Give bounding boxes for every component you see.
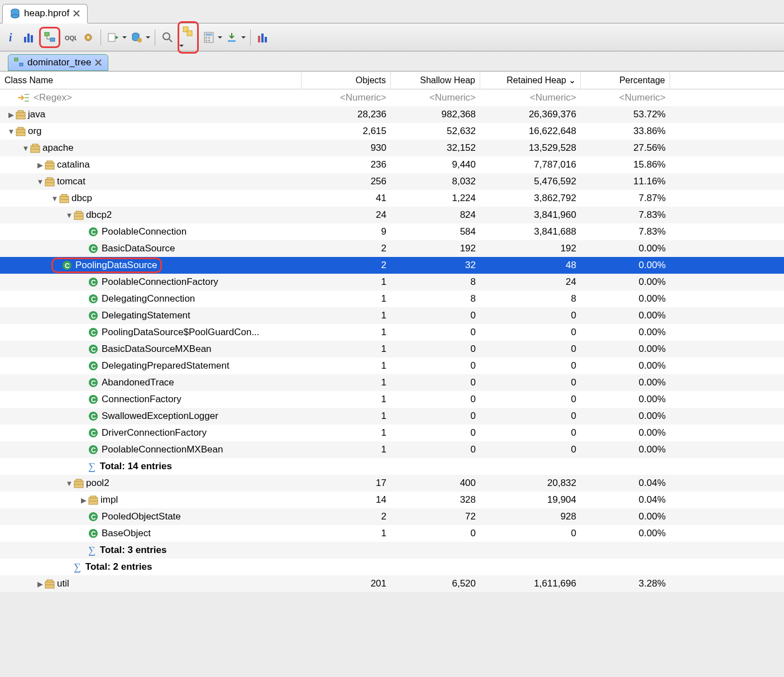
export-icon[interactable] [224, 30, 240, 45]
row-label: BasicDataSourceMXBean [102, 344, 212, 355]
table-row[interactable]: CDelegatingPreparedStatement1000.00% [0, 357, 784, 374]
svg-rect-19 [205, 37, 207, 39]
table-row[interactable]: ∑Total: 3 entries [0, 542, 784, 559]
run-report-icon[interactable] [106, 30, 121, 45]
table-row[interactable]: ▶util2016,5201,611,6963.28% [0, 575, 784, 592]
col-header-shallow[interactable]: Shallow Heap [391, 71, 480, 89]
table-row[interactable]: CBaseObject1000.00% [0, 525, 784, 542]
cell-pct: 0.04% [581, 478, 670, 489]
tree-toggle-icon[interactable]: ▼ [65, 211, 74, 220]
close-icon[interactable] [73, 9, 80, 17]
cell-class-name: CPoolableConnectionFactory [0, 276, 302, 288]
table-row[interactable]: ▶catalina2369,4407,787,01615.86% [0, 156, 784, 173]
table-row[interactable]: CDelegatingStatement1000.00% [0, 307, 784, 324]
dropdown-arrow-icon[interactable] [218, 35, 222, 40]
table-row[interactable]: CSwallowedExceptionLogger1000.00% [0, 408, 784, 425]
db-query-icon[interactable] [129, 30, 145, 45]
table-row[interactable]: ▼dbcp2248243,841,9607.83% [0, 207, 784, 223]
svg-text:C: C [91, 396, 96, 404]
table-row[interactable]: CPoolableConnection95843,841,6887.83% [0, 223, 784, 240]
filter-class-name[interactable]: <Regex> [0, 92, 302, 103]
tree-toggle-icon[interactable]: ▶ [7, 111, 16, 119]
cell-pct: 0.00% [581, 344, 670, 355]
cell-class-name: ▶impl [0, 494, 302, 506]
dropdown-arrow-icon[interactable] [122, 35, 127, 40]
row-label: PoolingDataSource$PoolGuardCon... [102, 327, 260, 338]
dropdown-arrow-icon[interactable] [241, 35, 246, 40]
tree-toggle-icon[interactable]: ▶ [36, 580, 45, 588]
cell-pct: 3.28% [581, 578, 670, 589]
file-tab[interactable]: heap.hprof [2, 4, 88, 23]
tree-toggle-icon[interactable]: ▼ [7, 127, 16, 136]
filter-objects[interactable]: <Numeric> [302, 92, 391, 103]
compare-icon[interactable] [255, 30, 271, 45]
cell-class-name: CPoolableConnectionMXBean [0, 444, 302, 455]
filter-shallow[interactable]: <Numeric> [391, 92, 480, 103]
table-row[interactable]: ▼org2,61552,63216,622,64833.86% [0, 123, 784, 140]
col-header-class-name[interactable]: Class Name [0, 71, 302, 89]
filter-retained[interactable]: <Numeric> [480, 92, 581, 103]
dropdown-arrow-icon[interactable] [146, 35, 150, 40]
table-row[interactable]: CDelegatingConnection1880.00% [0, 290, 784, 307]
package-icon [59, 193, 69, 203]
table-row[interactable]: CBasicDataSource21921920.00% [0, 240, 784, 257]
cell-shallow: 52,632 [391, 126, 480, 137]
tree-toggle-icon[interactable]: ▶ [79, 496, 88, 504]
table-row[interactable]: ▶impl1432819,9040.04% [0, 492, 784, 508]
table-row[interactable]: CPoolableConnectionMXBean1000.00% [0, 441, 784, 458]
sigma-icon: ∑ [88, 461, 95, 473]
group-by-icon[interactable] [180, 24, 196, 40]
cell-objects: 14 [302, 494, 391, 506]
info-icon[interactable]: i [3, 30, 19, 45]
package-icon [45, 160, 55, 170]
view-tab[interactable]: dominator_tree [8, 54, 108, 71]
col-header-retained[interactable]: Retained Heap⌄ [480, 71, 581, 89]
gear-icon[interactable] [80, 30, 96, 45]
table-row[interactable]: CAbandonedTrace1000.00% [0, 374, 784, 391]
filter-percentage[interactable]: <Numeric> [581, 92, 670, 103]
dominator-tree-icon[interactable] [42, 30, 58, 45]
table-row[interactable]: CPoolableConnectionFactory18240.00% [0, 274, 784, 290]
tree-toggle-icon[interactable]: ▶ [36, 161, 45, 169]
table-row[interactable]: ∑Total: 14 entries [0, 458, 784, 475]
table-row[interactable]: ▼tomcat2568,0325,476,59211.16% [0, 173, 784, 190]
cell-class-name: ▼apache [0, 142, 302, 154]
row-label: dbcp [71, 193, 92, 204]
svg-rect-21 [205, 40, 207, 41]
tree-toggle-icon[interactable]: ▼ [65, 479, 74, 488]
col-header-objects[interactable]: Objects [302, 71, 391, 89]
close-icon[interactable] [94, 59, 102, 66]
table-row[interactable]: CPoolingDataSource232480.00% [0, 257, 784, 274]
cell-class-name: CDelegatingConnection [0, 293, 302, 304]
cell-retained: 0 [480, 360, 581, 371]
tree-toggle-icon[interactable]: ▼ [21, 144, 30, 152]
table-row[interactable]: CBasicDataSourceMXBean1000.00% [0, 341, 784, 357]
table-row[interactable]: CPooledObjectState2729280.00% [0, 508, 784, 525]
table-row[interactable]: CConnectionFactory1000.00% [0, 391, 784, 408]
svg-rect-5 [31, 35, 33, 42]
table-row[interactable]: ▼apache93032,15213,529,52827.56% [0, 140, 784, 156]
table-row[interactable]: ▼dbcp411,2243,862,7927.87% [0, 190, 784, 207]
row-label: PoolableConnectionMXBean [102, 444, 223, 455]
svg-rect-39 [61, 194, 67, 197]
table-row[interactable]: ▼pool21740020,8320.04% [0, 475, 784, 492]
highlighted-toolbar-button-2 [178, 21, 199, 54]
cell-retained: 0 [480, 411, 581, 422]
cell-class-name: CDelegatingStatement [0, 310, 302, 321]
table-row[interactable]: CDriverConnectionFactory1000.00% [0, 425, 784, 441]
search-icon[interactable] [160, 30, 175, 45]
cell-shallow: 32 [391, 260, 480, 271]
tree-toggle-icon[interactable]: ▼ [50, 194, 59, 203]
table-row[interactable]: CPoolingDataSource$PoolGuardCon...1000.0… [0, 324, 784, 341]
histogram-icon[interactable] [21, 30, 37, 45]
dropdown-arrow-icon[interactable] [179, 44, 184, 48]
cell-shallow: 0 [391, 411, 480, 422]
cell-objects: 2 [302, 511, 391, 522]
table-row[interactable]: ▶java28,236982,36826,369,37653.72% [0, 106, 784, 123]
table-row[interactable]: ∑Total: 2 entries [0, 559, 784, 575]
col-header-percentage[interactable]: Percentage [581, 71, 670, 89]
cell-objects: 1 [302, 411, 391, 422]
calculator-icon[interactable] [201, 30, 217, 45]
oql-icon[interactable]: OQL [63, 30, 78, 45]
tree-toggle-icon[interactable]: ▼ [36, 178, 45, 186]
